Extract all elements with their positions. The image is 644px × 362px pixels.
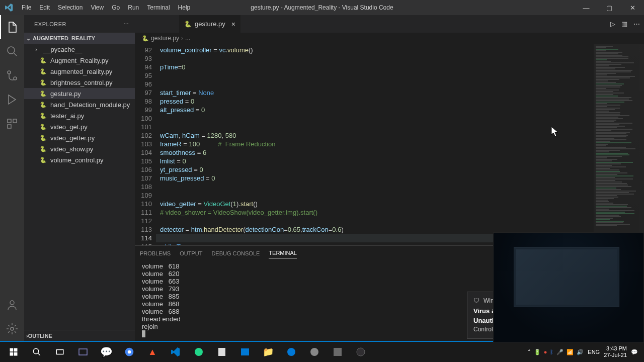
notifications-icon[interactable]: 💬 <box>631 349 638 355</box>
file-label: video_getter.py <box>50 134 95 142</box>
file-tester_ai-py[interactable]: 🐍tester_ai.py <box>24 110 135 121</box>
menu-run[interactable]: Run <box>124 4 143 11</box>
app-pycharm[interactable] <box>187 342 210 362</box>
app-generic2[interactable] <box>326 342 349 362</box>
breadcrumb[interactable]: 🐍 gesture.py › ... <box>135 33 644 44</box>
svg-rect-13 <box>56 350 63 354</box>
minimize-button[interactable]: — <box>575 0 598 15</box>
explorer-header: EXPLORER ⋯ <box>24 15 135 33</box>
wifi-icon[interactable]: 📶 <box>567 349 574 355</box>
app-notepad[interactable] <box>210 342 233 362</box>
split-editor-icon[interactable]: ▥ <box>621 20 627 28</box>
editor-more-icon[interactable]: ⋯ <box>633 20 640 28</box>
menu-bar: File Edit Selection View Go Run Terminal… <box>18 4 194 11</box>
svg-point-23 <box>357 348 365 356</box>
panel-tab-debug[interactable]: DEBUG CONSOLE <box>211 248 260 258</box>
file-hand_Detection_module-py[interactable]: 🐍hand_Detection_module.py <box>24 99 135 110</box>
python-icon: 🐍 <box>142 35 149 42</box>
run-file-icon[interactable]: ▷ <box>610 20 615 28</box>
python-icon: 🐍 <box>184 21 192 28</box>
code-editor[interactable]: 9293949596979899100101102103104105106107… <box>135 44 644 245</box>
panel-tab-terminal[interactable]: TERMINAL <box>269 248 297 258</box>
python-icon: 🐍 <box>39 57 47 64</box>
title-bar: File Edit Selection View Go Run Terminal… <box>0 0 644 15</box>
account-icon[interactable] <box>0 293 24 317</box>
task-view-button[interactable] <box>48 342 71 362</box>
close-tab-icon[interactable]: × <box>231 20 235 28</box>
menu-help[interactable]: Help <box>174 4 195 11</box>
folder-header[interactable]: ⌄ AUGMENTED_REALITY <box>24 33 135 44</box>
start-button[interactable] <box>2 342 25 362</box>
svg-point-16 <box>128 350 131 354</box>
chevron-up-icon[interactable]: ˄ <box>528 349 531 355</box>
app-obs[interactable] <box>349 342 372 362</box>
search-icon[interactable] <box>0 39 24 63</box>
outline-header[interactable]: › OUTLINE <box>24 330 135 341</box>
menu-edit[interactable]: Edit <box>35 4 54 11</box>
menu-selection[interactable]: Selection <box>54 4 87 11</box>
sidebar: EXPLORER ⋯ ⌄ AUGMENTED_REALITY ›__pycach… <box>24 15 135 341</box>
battery-icon[interactable]: 🔋 <box>534 349 541 355</box>
menu-go[interactable]: Go <box>108 4 124 11</box>
app-chrome[interactable] <box>118 342 141 362</box>
language-indicator[interactable]: ENG <box>588 349 600 355</box>
file-video_getter-py[interactable]: 🐍video_getter.py <box>24 132 135 143</box>
editor-tabs: 🐍 gesture.py × ▷ ▥ ⋯ <box>135 15 644 33</box>
svg-point-20 <box>287 348 295 356</box>
debug-icon[interactable] <box>0 87 24 112</box>
app-files[interactable]: 📁 <box>257 342 280 362</box>
extensions-icon[interactable] <box>0 112 24 136</box>
python-icon: 🐍 <box>39 79 47 86</box>
settings-icon[interactable] <box>0 317 24 341</box>
tab-gesture-py[interactable]: 🐍 gesture.py × <box>179 15 241 33</box>
search-button[interactable] <box>25 342 48 362</box>
app-whatsapp[interactable]: 💬 <box>95 342 118 362</box>
minimap[interactable] <box>594 44 644 245</box>
python-icon: 🐍 <box>39 146 47 152</box>
file-label: brightness_control.py <box>50 79 113 86</box>
clock[interactable]: 3:43 PM 27-Jul-21 <box>604 345 627 358</box>
system-tray[interactable]: ˄ 🔋 ● ᛒ 🎤 📶 🔊 <box>528 349 584 355</box>
file-__pycache__[interactable]: ›__pycache__ <box>24 44 135 55</box>
menu-view[interactable]: View <box>87 4 108 11</box>
window-title: gesture.py - Augmented_Reality - Visual … <box>251 4 393 11</box>
svg-rect-10 <box>10 352 14 356</box>
svg-rect-19 <box>241 348 249 355</box>
python-icon: 🐍 <box>39 135 47 141</box>
python-icon: 🐍 <box>39 124 47 130</box>
svg-point-2 <box>14 77 17 80</box>
app-edge[interactable] <box>280 342 303 362</box>
svg-point-12 <box>33 348 39 354</box>
panel-tab-output[interactable]: OUTPUT <box>180 248 202 258</box>
svg-point-7 <box>11 327 14 330</box>
app-generic1[interactable] <box>303 342 326 362</box>
file-video_show-py[interactable]: 🐍video_show.py <box>24 143 135 154</box>
bluetooth-icon[interactable]: ᛒ <box>550 349 553 355</box>
app-vscode[interactable] <box>164 342 187 362</box>
menu-file[interactable]: File <box>18 4 35 11</box>
panel-tab-problems[interactable]: PROBLEMS <box>140 248 171 258</box>
file-Augment_Reality-py[interactable]: 🐍Augment_Reality.py <box>24 55 135 66</box>
file-augmented_reality-py[interactable]: 🐍augmented_reality.py <box>24 66 135 77</box>
app-explorer[interactable] <box>71 342 95 362</box>
maximize-button[interactable]: ▢ <box>598 0 621 15</box>
file-brightness_control-py[interactable]: 🐍brightness_control.py <box>24 77 135 88</box>
file-label: volume_control.py <box>50 156 104 164</box>
recording-icon[interactable]: ● <box>544 349 547 355</box>
webcam-preview <box>493 232 644 343</box>
file-label: video_get.py <box>50 123 88 131</box>
source-control-icon[interactable] <box>0 63 24 87</box>
menu-terminal[interactable]: Terminal <box>143 4 174 11</box>
svg-point-6 <box>10 301 14 305</box>
file-video_get-py[interactable]: 🐍video_get.py <box>24 121 135 132</box>
app-calendar[interactable] <box>233 342 257 362</box>
mic-icon[interactable]: 🎤 <box>556 349 564 355</box>
file-volume_control-py[interactable]: 🐍volume_control.py <box>24 154 135 165</box>
volume-icon[interactable]: 🔊 <box>577 349 584 355</box>
sidebar-more-icon[interactable]: ⋯ <box>123 21 129 27</box>
file-gesture-py[interactable]: 🐍gesture.py <box>24 88 135 99</box>
explorer-icon[interactable] <box>0 15 24 39</box>
file-label: Augment_Reality.py <box>50 57 108 64</box>
app-brave[interactable]: ▲ <box>141 342 164 362</box>
close-button[interactable]: ✕ <box>621 0 644 15</box>
